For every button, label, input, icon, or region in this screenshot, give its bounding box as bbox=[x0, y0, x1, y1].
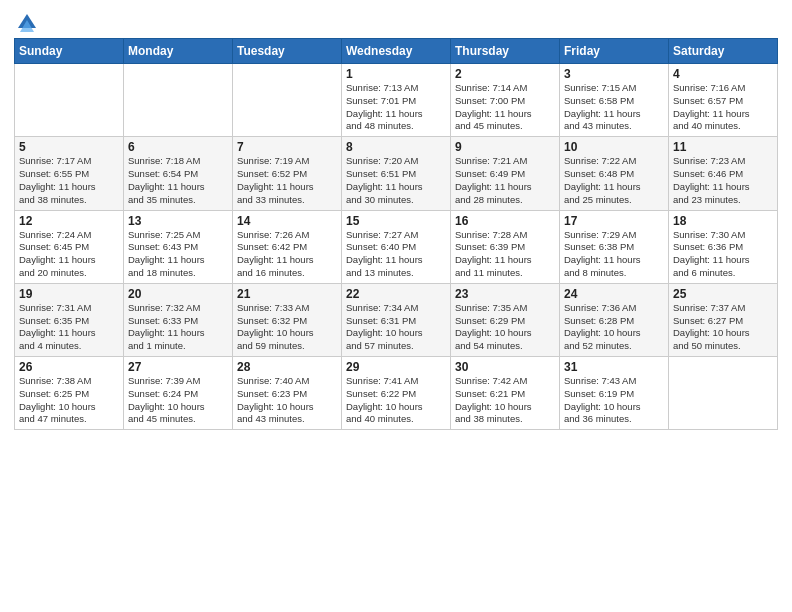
day-info: Sunrise: 7:30 AM Sunset: 6:36 PM Dayligh… bbox=[673, 229, 773, 280]
calendar-cell: 12Sunrise: 7:24 AM Sunset: 6:45 PM Dayli… bbox=[15, 210, 124, 283]
calendar-cell: 11Sunrise: 7:23 AM Sunset: 6:46 PM Dayli… bbox=[669, 137, 778, 210]
calendar-cell bbox=[15, 64, 124, 137]
day-number: 20 bbox=[128, 287, 228, 301]
calendar-cell: 5Sunrise: 7:17 AM Sunset: 6:55 PM Daylig… bbox=[15, 137, 124, 210]
day-number: 28 bbox=[237, 360, 337, 374]
day-info: Sunrise: 7:20 AM Sunset: 6:51 PM Dayligh… bbox=[346, 155, 446, 206]
calendar-cell: 20Sunrise: 7:32 AM Sunset: 6:33 PM Dayli… bbox=[124, 283, 233, 356]
day-info: Sunrise: 7:17 AM Sunset: 6:55 PM Dayligh… bbox=[19, 155, 119, 206]
calendar-cell: 3Sunrise: 7:15 AM Sunset: 6:58 PM Daylig… bbox=[560, 64, 669, 137]
calendar-cell: 28Sunrise: 7:40 AM Sunset: 6:23 PM Dayli… bbox=[233, 357, 342, 430]
calendar-week-4: 19Sunrise: 7:31 AM Sunset: 6:35 PM Dayli… bbox=[15, 283, 778, 356]
day-info: Sunrise: 7:37 AM Sunset: 6:27 PM Dayligh… bbox=[673, 302, 773, 353]
day-info: Sunrise: 7:15 AM Sunset: 6:58 PM Dayligh… bbox=[564, 82, 664, 133]
day-number: 22 bbox=[346, 287, 446, 301]
day-info: Sunrise: 7:26 AM Sunset: 6:42 PM Dayligh… bbox=[237, 229, 337, 280]
calendar-week-2: 5Sunrise: 7:17 AM Sunset: 6:55 PM Daylig… bbox=[15, 137, 778, 210]
calendar-cell bbox=[124, 64, 233, 137]
day-number: 26 bbox=[19, 360, 119, 374]
day-number: 21 bbox=[237, 287, 337, 301]
day-number: 16 bbox=[455, 214, 555, 228]
day-info: Sunrise: 7:35 AM Sunset: 6:29 PM Dayligh… bbox=[455, 302, 555, 353]
day-info: Sunrise: 7:36 AM Sunset: 6:28 PM Dayligh… bbox=[564, 302, 664, 353]
calendar-cell bbox=[233, 64, 342, 137]
day-number: 4 bbox=[673, 67, 773, 81]
day-info: Sunrise: 7:41 AM Sunset: 6:22 PM Dayligh… bbox=[346, 375, 446, 426]
day-info: Sunrise: 7:31 AM Sunset: 6:35 PM Dayligh… bbox=[19, 302, 119, 353]
day-info: Sunrise: 7:33 AM Sunset: 6:32 PM Dayligh… bbox=[237, 302, 337, 353]
day-info: Sunrise: 7:24 AM Sunset: 6:45 PM Dayligh… bbox=[19, 229, 119, 280]
day-number: 23 bbox=[455, 287, 555, 301]
day-info: Sunrise: 7:19 AM Sunset: 6:52 PM Dayligh… bbox=[237, 155, 337, 206]
calendar-cell: 15Sunrise: 7:27 AM Sunset: 6:40 PM Dayli… bbox=[342, 210, 451, 283]
day-info: Sunrise: 7:18 AM Sunset: 6:54 PM Dayligh… bbox=[128, 155, 228, 206]
day-number: 1 bbox=[346, 67, 446, 81]
day-info: Sunrise: 7:22 AM Sunset: 6:48 PM Dayligh… bbox=[564, 155, 664, 206]
day-number: 3 bbox=[564, 67, 664, 81]
calendar-header-friday: Friday bbox=[560, 39, 669, 64]
day-number: 11 bbox=[673, 140, 773, 154]
calendar-cell: 25Sunrise: 7:37 AM Sunset: 6:27 PM Dayli… bbox=[669, 283, 778, 356]
calendar-cell: 9Sunrise: 7:21 AM Sunset: 6:49 PM Daylig… bbox=[451, 137, 560, 210]
calendar-cell: 4Sunrise: 7:16 AM Sunset: 6:57 PM Daylig… bbox=[669, 64, 778, 137]
calendar-cell: 10Sunrise: 7:22 AM Sunset: 6:48 PM Dayli… bbox=[560, 137, 669, 210]
day-number: 9 bbox=[455, 140, 555, 154]
day-info: Sunrise: 7:23 AM Sunset: 6:46 PM Dayligh… bbox=[673, 155, 773, 206]
calendar-header-sunday: Sunday bbox=[15, 39, 124, 64]
calendar-cell: 27Sunrise: 7:39 AM Sunset: 6:24 PM Dayli… bbox=[124, 357, 233, 430]
calendar-cell: 21Sunrise: 7:33 AM Sunset: 6:32 PM Dayli… bbox=[233, 283, 342, 356]
day-info: Sunrise: 7:25 AM Sunset: 6:43 PM Dayligh… bbox=[128, 229, 228, 280]
day-number: 29 bbox=[346, 360, 446, 374]
calendar-cell: 6Sunrise: 7:18 AM Sunset: 6:54 PM Daylig… bbox=[124, 137, 233, 210]
day-number: 6 bbox=[128, 140, 228, 154]
day-info: Sunrise: 7:16 AM Sunset: 6:57 PM Dayligh… bbox=[673, 82, 773, 133]
day-number: 5 bbox=[19, 140, 119, 154]
day-number: 2 bbox=[455, 67, 555, 81]
header bbox=[14, 10, 778, 32]
page-container: SundayMondayTuesdayWednesdayThursdayFrid… bbox=[0, 0, 792, 612]
day-number: 18 bbox=[673, 214, 773, 228]
day-number: 15 bbox=[346, 214, 446, 228]
day-number: 31 bbox=[564, 360, 664, 374]
calendar-cell: 14Sunrise: 7:26 AM Sunset: 6:42 PM Dayli… bbox=[233, 210, 342, 283]
calendar-cell: 2Sunrise: 7:14 AM Sunset: 7:00 PM Daylig… bbox=[451, 64, 560, 137]
calendar-cell: 26Sunrise: 7:38 AM Sunset: 6:25 PM Dayli… bbox=[15, 357, 124, 430]
calendar-week-1: 1Sunrise: 7:13 AM Sunset: 7:01 PM Daylig… bbox=[15, 64, 778, 137]
day-number: 25 bbox=[673, 287, 773, 301]
calendar-cell: 31Sunrise: 7:43 AM Sunset: 6:19 PM Dayli… bbox=[560, 357, 669, 430]
calendar-cell: 24Sunrise: 7:36 AM Sunset: 6:28 PM Dayli… bbox=[560, 283, 669, 356]
logo-icon bbox=[16, 10, 38, 32]
calendar-cell: 16Sunrise: 7:28 AM Sunset: 6:39 PM Dayli… bbox=[451, 210, 560, 283]
day-number: 10 bbox=[564, 140, 664, 154]
calendar-week-5: 26Sunrise: 7:38 AM Sunset: 6:25 PM Dayli… bbox=[15, 357, 778, 430]
calendar-cell bbox=[669, 357, 778, 430]
calendar-cell: 18Sunrise: 7:30 AM Sunset: 6:36 PM Dayli… bbox=[669, 210, 778, 283]
calendar-cell: 8Sunrise: 7:20 AM Sunset: 6:51 PM Daylig… bbox=[342, 137, 451, 210]
calendar-cell: 13Sunrise: 7:25 AM Sunset: 6:43 PM Dayli… bbox=[124, 210, 233, 283]
day-info: Sunrise: 7:21 AM Sunset: 6:49 PM Dayligh… bbox=[455, 155, 555, 206]
day-number: 12 bbox=[19, 214, 119, 228]
day-info: Sunrise: 7:40 AM Sunset: 6:23 PM Dayligh… bbox=[237, 375, 337, 426]
day-info: Sunrise: 7:42 AM Sunset: 6:21 PM Dayligh… bbox=[455, 375, 555, 426]
calendar-header-row: SundayMondayTuesdayWednesdayThursdayFrid… bbox=[15, 39, 778, 64]
day-info: Sunrise: 7:28 AM Sunset: 6:39 PM Dayligh… bbox=[455, 229, 555, 280]
day-info: Sunrise: 7:29 AM Sunset: 6:38 PM Dayligh… bbox=[564, 229, 664, 280]
day-number: 24 bbox=[564, 287, 664, 301]
day-info: Sunrise: 7:13 AM Sunset: 7:01 PM Dayligh… bbox=[346, 82, 446, 133]
day-number: 13 bbox=[128, 214, 228, 228]
calendar-table: SundayMondayTuesdayWednesdayThursdayFrid… bbox=[14, 38, 778, 430]
calendar-week-3: 12Sunrise: 7:24 AM Sunset: 6:45 PM Dayli… bbox=[15, 210, 778, 283]
calendar-header-monday: Monday bbox=[124, 39, 233, 64]
calendar-header-saturday: Saturday bbox=[669, 39, 778, 64]
day-info: Sunrise: 7:39 AM Sunset: 6:24 PM Dayligh… bbox=[128, 375, 228, 426]
day-number: 17 bbox=[564, 214, 664, 228]
day-number: 27 bbox=[128, 360, 228, 374]
calendar-header-wednesday: Wednesday bbox=[342, 39, 451, 64]
calendar-cell: 22Sunrise: 7:34 AM Sunset: 6:31 PM Dayli… bbox=[342, 283, 451, 356]
logo bbox=[14, 10, 38, 32]
day-number: 7 bbox=[237, 140, 337, 154]
day-info: Sunrise: 7:34 AM Sunset: 6:31 PM Dayligh… bbox=[346, 302, 446, 353]
day-number: 19 bbox=[19, 287, 119, 301]
calendar-cell: 29Sunrise: 7:41 AM Sunset: 6:22 PM Dayli… bbox=[342, 357, 451, 430]
calendar-cell: 1Sunrise: 7:13 AM Sunset: 7:01 PM Daylig… bbox=[342, 64, 451, 137]
